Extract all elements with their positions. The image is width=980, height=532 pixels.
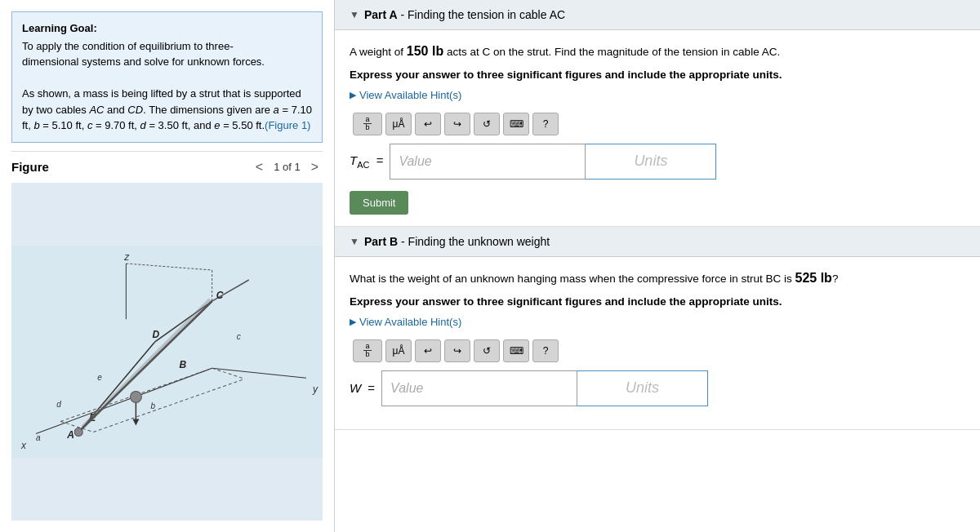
fraction-button[interactable]: a b (353, 113, 382, 135)
learning-goal-box: Learning Goal: To apply the condition of… (11, 11, 323, 143)
part-b-fraction-icon: a b (363, 343, 371, 358)
svg-text:A: A (66, 428, 74, 440)
svg-text:e: e (97, 373, 102, 382)
figure-link[interactable]: (Figure 1) (265, 119, 310, 131)
fraction-icon: a b (363, 116, 371, 131)
part-a-answer-label: TAC = (350, 153, 383, 170)
figure-next-button[interactable]: > (307, 158, 323, 176)
part-b-answer-label: W = (350, 381, 375, 395)
svg-text:z: z (123, 250, 130, 262)
svg-text:B: B (180, 359, 187, 370)
part-b-keyboard-button[interactable]: ⌨ (503, 339, 529, 362)
part-b-hint-arrow: ▶ (350, 317, 356, 327)
svg-text:x: x (20, 439, 27, 450)
part-b-hint-link[interactable]: ▶ View Available Hint(s) (350, 316, 965, 328)
part-a-answer-row: TAC = Value Units (350, 144, 965, 180)
figure-canvas: z y x (11, 183, 323, 521)
part-a-collapse-arrow: ▼ (350, 9, 359, 20)
part-b-toolbar: a b μÅ ↩ ↪ ↺ ⌨ ? (350, 339, 965, 362)
part-b-help-button[interactable]: ? (532, 339, 559, 362)
part-a-body: A weight of 150 lb acts at C on the stru… (335, 30, 980, 226)
redo-button[interactable]: ↪ (444, 113, 470, 135)
part-b-body: What is the weight of an unknown hanging… (335, 257, 980, 429)
part-a-section: ▼ Part A - Finding the tension in cable … (335, 0, 980, 227)
keyboard-button[interactable]: ⌨ (503, 113, 529, 135)
part-b-mu-button[interactable]: μÅ (385, 339, 412, 362)
svg-text:a: a (36, 432, 41, 441)
part-a-value-input[interactable]: Value (390, 144, 586, 180)
svg-text:c: c (237, 332, 241, 341)
part-a-hint-arrow: ▶ (350, 90, 356, 100)
undo-button[interactable]: ↩ (415, 113, 441, 135)
part-b-instruction: Express your answer to three significant… (350, 295, 965, 308)
part-b-redo-button[interactable]: ↪ (444, 339, 470, 362)
mu-angstrom-button[interactable]: μÅ (385, 113, 412, 135)
part-a-header[interactable]: ▼ Part A - Finding the tension in cable … (335, 0, 980, 30)
svg-text:y: y (312, 383, 318, 395)
part-a-problem-text: A weight of 150 lb acts at C on the stru… (350, 42, 965, 62)
part-b-section: ▼ Part B - Finding the unknown weight Wh… (335, 227, 980, 430)
part-a-label: Part A - Finding the tension in cable AC (364, 8, 565, 21)
figure-svg: z y x (11, 183, 323, 521)
part-b-undo-button[interactable]: ↩ (415, 339, 441, 362)
refresh-button[interactable]: ↺ (474, 113, 500, 135)
part-b-header[interactable]: ▼ Part B - Finding the unknown weight (335, 227, 980, 257)
figure-title: Figure (11, 160, 49, 174)
part-b-label: Part B - Finding the unknown weight (364, 235, 550, 248)
svg-text:C: C (216, 290, 224, 301)
learning-goal-title: Learning Goal: (22, 20, 312, 37)
figure-section: Figure < 1 of 1 > z y x (0, 151, 334, 533)
part-a-submit-button[interactable]: Submit (350, 191, 408, 215)
left-panel: Learning Goal: To apply the condition of… (0, 0, 335, 532)
part-b-units-input[interactable]: Units (577, 370, 708, 406)
right-panel: ▼ Part A - Finding the tension in cable … (335, 0, 980, 532)
svg-text:b: b (150, 401, 155, 410)
part-b-refresh-button[interactable]: ↺ (474, 339, 500, 362)
part-b-answer-row: W = Value Units (350, 370, 965, 406)
part-a-hint-link[interactable]: ▶ View Available Hint(s) (350, 89, 965, 101)
learning-goal-line1: To apply the condition of equilibrium to… (22, 38, 312, 70)
part-a-instruction: Express your answer to three significant… (350, 69, 965, 81)
learning-goal-paragraph: As shown, a mass is being lifted by a st… (22, 86, 312, 134)
svg-text:d: d (56, 400, 61, 409)
figure-header: Figure < 1 of 1 > (11, 151, 323, 180)
help-button[interactable]: ? (532, 113, 559, 135)
part-b-value-input[interactable]: Value (381, 370, 577, 406)
figure-nav: < 1 of 1 > (252, 158, 323, 176)
figure-page-label: 1 of 1 (274, 161, 301, 173)
part-a-toolbar: a b μÅ ↩ ↪ ↺ ⌨ ? (350, 113, 965, 135)
figure-prev-button[interactable]: < (252, 158, 267, 176)
part-b-problem-text: What is the weight of an unknown hanging… (350, 268, 965, 289)
svg-text:D: D (152, 329, 159, 340)
part-a-units-input[interactable]: Units (586, 144, 716, 180)
svg-rect-0 (11, 245, 323, 458)
svg-point-25 (130, 391, 141, 402)
part-b-collapse-arrow: ▼ (350, 236, 359, 247)
part-b-fraction-button[interactable]: a b (353, 339, 382, 362)
